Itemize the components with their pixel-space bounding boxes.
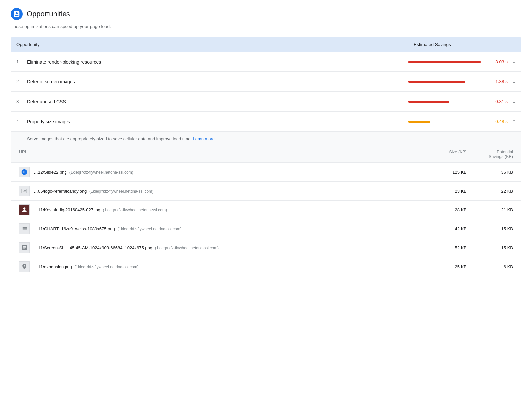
url-text: …11/KevinIndig-20160425-027.jpg (34, 207, 100, 212)
url-domain: (1kleqrrkfz-flywheel.netdna-ssl.com) (89, 189, 153, 194)
row-label: Defer offscreen images (27, 79, 75, 84)
url-info: …11/Screen-Sh….45.45-AM-1024x903-66684_1… (34, 245, 219, 250)
expanded-item: …11/Screen-Sh….45.45-AM-1024x903-66684_1… (11, 238, 521, 257)
expand-chevron[interactable]: ⌄ (512, 79, 516, 84)
savings-value: 15 KB (466, 245, 513, 250)
url-cell: …05/logo-referralcandy.png (1kleqrrkfz-f… (19, 186, 427, 196)
savings-value: 36 KB (466, 170, 513, 175)
row-label: Defer unused CSS (27, 99, 66, 104)
savings-cell: 0.48 s ⌃ (408, 114, 521, 129)
savings-cell: 3.03 s ⌄ (408, 54, 521, 69)
savings-value: 22 KB (466, 189, 513, 194)
url-text: …11/expansion.png (34, 264, 72, 269)
table-header: Opportunity Estimated Savings (11, 37, 521, 52)
opportunity-cell: 2 Defer offscreen images (11, 74, 408, 90)
expand-chevron[interactable]: ⌄ (512, 60, 516, 64)
opportunity-column-header: Opportunity (11, 37, 408, 52)
savings-value: 0.81 s (490, 99, 508, 104)
learn-more-link[interactable]: Learn more. (193, 136, 216, 141)
expanded-table-header: URL Size (KB) Potential Savings (KB) (11, 146, 521, 162)
thumbnail (19, 242, 30, 253)
description-text: Serve images that are appropriately-size… (27, 136, 192, 141)
expand-chevron[interactable]: ⌄ (512, 99, 516, 104)
size-value: 52 KB (427, 245, 466, 250)
row-number: 1 (16, 59, 22, 64)
page-title: Opportunities (27, 10, 70, 18)
url-text: …11/Screen-Sh….45.45-AM-1024x903-66684_1… (34, 245, 152, 250)
table-row: 2 Defer offscreen images 1.38 s ⌄ (11, 71, 521, 91)
savings-value: 6 KB (466, 264, 513, 269)
savings-bar-container (408, 121, 487, 123)
url-info: …11/expansion.png (1kleqrrkfz-flywheel.n… (34, 264, 139, 269)
thumbnail (19, 261, 30, 272)
savings-column-header: Potential Savings (KB) (466, 150, 513, 159)
opportunity-cell: 3 Defer unused CSS (11, 94, 408, 110)
thumbnail (19, 186, 30, 196)
url-cell: …11/KevinIndig-20160425-027.jpg (1kleqrr… (19, 204, 427, 215)
opportunities-table: Opportunity Estimated Savings 1 Eliminat… (11, 37, 521, 276)
savings-bar (408, 121, 430, 123)
savings-value: 15 KB (466, 226, 513, 231)
row-number: 4 (16, 119, 22, 124)
table-row: 3 Defer unused CSS 0.81 s ⌄ (11, 91, 521, 111)
savings-bar-container (408, 101, 487, 103)
savings-bar (408, 81, 465, 83)
url-domain: (1kleqrrkfz-flywheel.netdna-ssl.com) (75, 265, 139, 269)
url-cell: …12/Slide22.png (1kleqrrkfz-flywheel.net… (19, 167, 427, 177)
page-header: Opportunities (11, 8, 521, 20)
url-domain: (1kleqrrkfz-flywheel.netdna-ssl.com) (103, 208, 167, 212)
size-value: 25 KB (427, 264, 466, 269)
savings-value: 3.03 s (490, 59, 508, 64)
size-value: 42 KB (427, 226, 466, 231)
size-value: 125 KB (427, 170, 466, 175)
size-column-header: Size (KB) (427, 150, 466, 159)
collapse-chevron[interactable]: ⌃ (512, 119, 516, 124)
savings-bar (408, 61, 481, 63)
url-cell: …11/Screen-Sh….45.45-AM-1024x903-66684_1… (19, 242, 427, 253)
savings-value: 21 KB (466, 207, 513, 212)
savings-cell: 1.38 s ⌄ (408, 74, 521, 89)
expanded-item: …12/Slide22.png (1kleqrrkfz-flywheel.net… (11, 162, 521, 181)
expanded-section: Serve images that are appropriately-size… (11, 131, 521, 276)
expanded-item: …11/KevinIndig-20160425-027.jpg (1kleqrr… (11, 200, 521, 219)
url-text: …05/logo-referralcandy.png (34, 189, 87, 194)
url-column-header: URL (19, 150, 427, 159)
url-text: …11/CHART_16zu9_weiss-1080x675.png (34, 226, 115, 231)
row-label: Eliminate render-blocking resources (27, 59, 101, 65)
page-icon (11, 8, 23, 20)
thumbnail (19, 167, 30, 177)
url-domain: (1kleqrrkfz-flywheel.netdna-ssl.com) (155, 246, 219, 250)
table-row: 1 Eliminate render-blocking resources 3.… (11, 52, 521, 71)
size-value: 28 KB (427, 207, 466, 212)
url-cell: …11/CHART_16zu9_weiss-1080x675.png (1kle… (19, 223, 427, 234)
url-domain: (1kleqrrkfz-flywheel.netdna-ssl.com) (69, 170, 133, 175)
savings-bar-container (408, 61, 487, 63)
savings-column-header: Estimated Savings (408, 37, 521, 52)
expanded-item: …11/CHART_16zu9_weiss-1080x675.png (1kle… (11, 219, 521, 238)
opportunity-cell: 1 Eliminate render-blocking resources (11, 54, 408, 70)
savings-bar-container (408, 81, 487, 83)
url-info: …12/Slide22.png (1kleqrrkfz-flywheel.net… (34, 169, 133, 175)
opportunity-cell: 4 Properly size images (11, 114, 408, 130)
url-info: …11/KevinIndig-20160425-027.jpg (1kleqrr… (34, 207, 167, 212)
thumbnail (19, 204, 30, 215)
thumbnail (19, 223, 30, 234)
url-info: …11/CHART_16zu9_weiss-1080x675.png (1kle… (34, 226, 182, 231)
url-cell: …11/expansion.png (1kleqrrkfz-flywheel.n… (19, 261, 427, 272)
page-subtitle: These optimizations can speed up your pa… (11, 24, 521, 29)
savings-value: 0.48 s (490, 119, 508, 124)
savings-bar (408, 101, 449, 103)
size-value: 23 KB (427, 189, 466, 194)
savings-value: 1.38 s (490, 79, 508, 84)
url-info: …05/logo-referralcandy.png (1kleqrrkfz-f… (34, 188, 153, 194)
table-row: 4 Properly size images 0.48 s ⌃ (11, 111, 521, 131)
expanded-item: …11/expansion.png (1kleqrrkfz-flywheel.n… (11, 257, 521, 276)
url-domain: (1kleqrrkfz-flywheel.netdna-ssl.com) (118, 227, 182, 231)
row-number: 2 (16, 79, 22, 84)
row-number: 3 (16, 99, 22, 104)
url-text: …12/Slide22.png (34, 170, 67, 175)
expanded-item: …05/logo-referralcandy.png (1kleqrrkfz-f… (11, 181, 521, 200)
savings-cell: 0.81 s ⌄ (408, 94, 521, 109)
expanded-description: Serve images that are appropriately-size… (11, 132, 521, 146)
row-label: Properly size images (27, 119, 70, 124)
